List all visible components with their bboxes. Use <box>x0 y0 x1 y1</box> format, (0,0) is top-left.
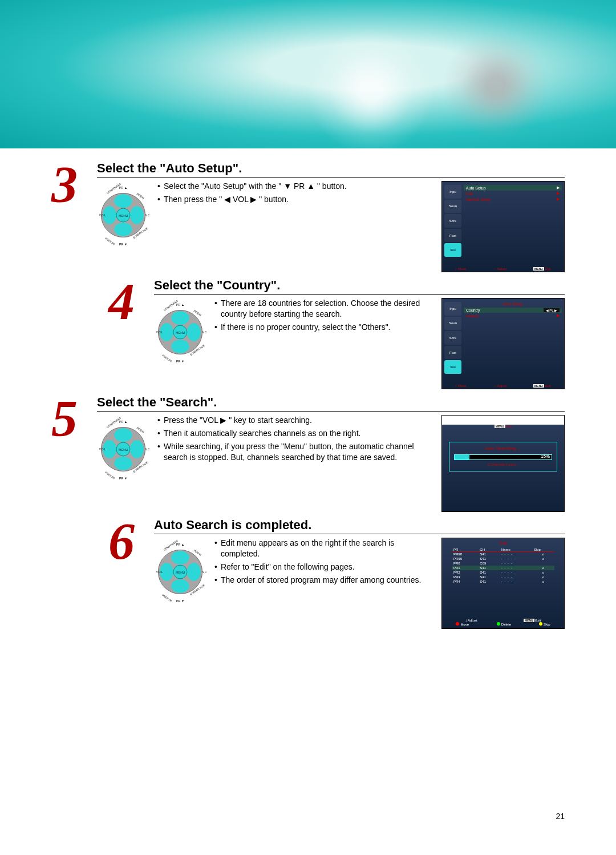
svg-text:PREV PR: PREV PR <box>161 594 173 603</box>
remote-pad: MENU PR ▲ PR ▼ COMPONENT PC/DVI PREV PR … <box>97 181 149 249</box>
svg-text:PR ▼: PR ▼ <box>176 360 185 363</box>
osd-row: Search▶ <box>464 313 562 318</box>
osd-side-item: Inpu <box>444 302 461 316</box>
svg-text:V O L: V O L <box>156 331 163 334</box>
step-title: Select the "Auto Setup". <box>97 161 565 178</box>
svg-point-47 <box>171 579 189 593</box>
svg-text:MENU: MENU <box>119 214 128 217</box>
svg-point-31 <box>114 428 132 442</box>
edit-row: PR4S41- - - -o <box>452 579 554 584</box>
svg-text:PREV PR: PREV PR <box>161 354 173 363</box>
osd-row: Manual Setup▶ <box>464 196 562 202</box>
bullet-list: There are 18 countries for selection. Ch… <box>214 298 433 389</box>
svg-point-34 <box>130 440 144 458</box>
page-header-image <box>0 0 616 148</box>
bullet: If there is no proper country, select th… <box>214 322 433 333</box>
svg-text:V O L: V O L <box>202 571 206 574</box>
osd-row: Auto Setup▶ <box>464 185 562 191</box>
remote-pad: MENU PR ▲ PR ▼ COMPONENT PC/DVI PREV PR … <box>154 298 206 366</box>
osd-search-screen: Auto Searching ... 15% 0 Channels Found.… <box>442 425 564 511</box>
bullet: The order of stored program may differ a… <box>214 575 433 586</box>
svg-text:V O L: V O L <box>156 571 163 574</box>
bullet: Refer to "Edit" on the following pages. <box>214 562 433 572</box>
osd-row: Country◀ PL ▶ <box>464 308 562 313</box>
bullet: Then press the " ◀ VOL ▶ " button. <box>157 194 433 205</box>
step: 3 Select the "Auto Setup". MENU PR ▲ PR … <box>51 161 565 272</box>
edit-row: PR1S41- - - -o <box>452 566 554 570</box>
step-title: Select the "Search". <box>97 395 565 412</box>
edit-row: PR0C69- - - - <box>452 561 554 566</box>
page-content: 3 Select the "Auto Setup". MENU PR ▲ PR … <box>0 148 616 629</box>
osd-wrapper: Auto Searching ... 15% 0 Channels Found.… <box>441 415 565 512</box>
osd-screen: InpuSounScreFeatInst Auto SetupCountry◀ … <box>442 299 564 389</box>
svg-text:PR ▲: PR ▲ <box>119 420 128 424</box>
step-number: 6 <box>108 518 154 565</box>
osd-wrapper: InpuSounScreFeatInst Auto SetupCountry◀ … <box>441 298 565 389</box>
bullet: Edit menu appears as on the right if the… <box>214 538 433 559</box>
osd-side-item: Inpu <box>444 185 461 199</box>
steps-list: 3 Select the "Auto Setup". MENU PR ▲ PR … <box>51 161 565 629</box>
svg-point-32 <box>114 457 132 470</box>
osd-title: Auto Setup <box>464 302 562 306</box>
svg-text:MENU: MENU <box>176 571 185 574</box>
osd-side-item: Inst <box>444 243 461 257</box>
osd-edit-screen: Edit PRCHNameSkip PR98S41- - - -o PR99S4… <box>442 538 564 628</box>
svg-point-16 <box>171 311 189 325</box>
osd-side-item: Soun <box>444 317 461 330</box>
page-number: 21 <box>556 812 565 821</box>
svg-text:PR ▲: PR ▲ <box>176 303 185 306</box>
step: 4 Select the "Country". MENU PR ▲ PR ▼ C… <box>108 278 565 389</box>
edit-row: PR98S41- - - -o <box>452 552 554 557</box>
bullet-list: Edit menu appears as on the right if the… <box>214 538 433 629</box>
svg-point-4 <box>130 206 144 224</box>
svg-text:PR ▼: PR ▼ <box>119 477 128 480</box>
osd-wrapper: InpuSounScreFeatInst Auto Setup▶Edit▶Man… <box>441 181 565 272</box>
osd-side-item: Feat <box>444 346 461 360</box>
bullet-list: Select the "Auto Setup" with the " ▼ PR … <box>157 181 433 272</box>
svg-text:V O L: V O L <box>99 448 106 451</box>
svg-point-1 <box>114 194 132 208</box>
svg-text:PREV PR: PREV PR <box>104 471 116 480</box>
osd-wrapper: Edit PRCHNameSkip PR98S41- - - -o PR99S4… <box>441 538 565 629</box>
step: 6 Auto Search is completed. MENU PR ▲ PR… <box>108 518 565 629</box>
svg-text:PR ▲: PR ▲ <box>176 543 185 546</box>
svg-point-19 <box>187 323 201 341</box>
search-progress-bar: 15% <box>454 454 552 460</box>
step-title: Select the "Country". <box>154 278 565 295</box>
svg-text:PREV PR: PREV PR <box>104 237 116 246</box>
svg-text:PR ▲: PR ▲ <box>119 186 128 189</box>
osd-side-item: Feat <box>444 229 461 243</box>
osd-row: Edit▶ <box>464 191 562 196</box>
edit-row: PR99S41- - - -o <box>452 556 554 561</box>
svg-point-17 <box>171 340 189 353</box>
svg-text:PR ▼: PR ▼ <box>176 599 185 603</box>
bullet-list: Press the "VOL ▶ " key to start searchin… <box>157 415 433 512</box>
svg-point-46 <box>171 551 189 564</box>
remote-pad-svg: MENU PR ▲ PR ▼ COMPONENT PC/DVI PREV PR … <box>154 298 206 366</box>
svg-text:PR ▼: PR ▼ <box>119 243 128 246</box>
remote-pad-svg: MENU PR ▲ PR ▼ COMPONENT PC/DVI PREV PR … <box>154 538 206 606</box>
step-title: Auto Search is completed. <box>154 518 565 534</box>
step-number: 5 <box>51 395 97 442</box>
svg-point-49 <box>187 563 201 580</box>
osd-side-item: Scre <box>444 331 461 345</box>
svg-text:MENU: MENU <box>176 331 185 334</box>
osd-side-item: Scre <box>444 214 461 228</box>
bullet: Select the "Auto Setup" with the " ▼ PR … <box>157 181 433 192</box>
remote-pad: MENU PR ▲ PR ▼ COMPONENT PC/DVI PREV PR … <box>97 415 149 483</box>
remote-pad: MENU PR ▲ PR ▼ COMPONENT PC/DVI PREV PR … <box>154 538 206 606</box>
remote-pad-svg: MENU PR ▲ PR ▼ COMPONENT PC/DVI PREV PR … <box>97 181 149 249</box>
step-number: 4 <box>108 278 154 325</box>
bullet: Then it automatically searches channels … <box>157 428 433 439</box>
search-title: Auto Searching ... <box>454 446 552 451</box>
step-number: 3 <box>51 161 97 208</box>
svg-point-2 <box>114 223 132 236</box>
svg-text:V O L: V O L <box>99 214 106 217</box>
step: 5 Select the "Search". MENU PR ▲ PR ▼ CO… <box>51 395 565 512</box>
bullet: There are 18 countries for selection. Ch… <box>214 298 433 320</box>
bullet: While searching, if you press the "Menu"… <box>157 441 433 463</box>
svg-text:V O L: V O L <box>145 448 149 451</box>
edit-row: PR3S41- - - -o <box>452 575 554 579</box>
svg-text:V O L: V O L <box>202 331 206 334</box>
osd-side-item: Inst <box>444 360 461 374</box>
